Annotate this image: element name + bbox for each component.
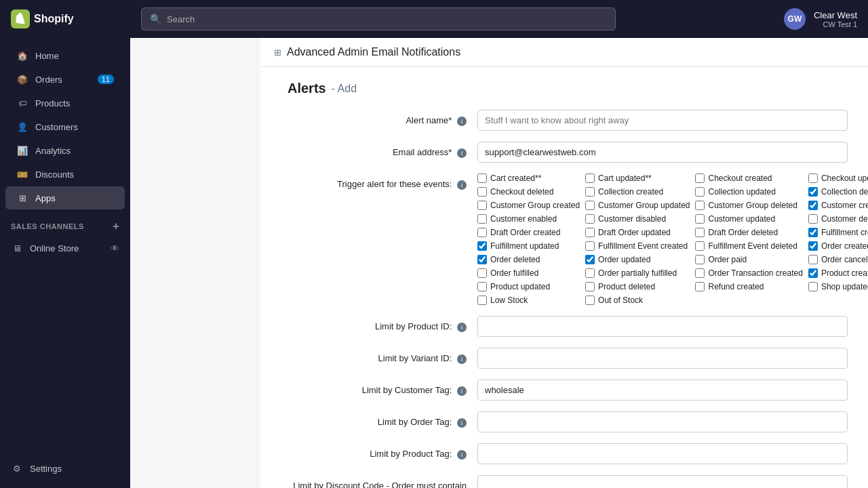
event-checkbox-order_created[interactable] bbox=[808, 241, 818, 251]
alert-name-info-icon[interactable]: i bbox=[457, 117, 467, 126]
sidebar-item-online-store[interactable]: 🖥 Online Store 👁 bbox=[0, 238, 130, 258]
sidebar-item-label: Analytics bbox=[35, 146, 71, 156]
orders-icon: 📦 bbox=[16, 73, 28, 85]
event-checkbox-product_deleted[interactable] bbox=[585, 282, 595, 291]
event-checkbox-customer_disabled[interactable] bbox=[585, 214, 595, 224]
sidebar-item-orders[interactable]: 📦 Orders 11 bbox=[5, 68, 125, 91]
email-address-row: Email address* i bbox=[288, 142, 848, 163]
event-checkbox-order_fulfilled[interactable] bbox=[477, 268, 487, 278]
add-sales-channel-button[interactable]: + bbox=[113, 220, 119, 232]
limit-discount-code-input[interactable] bbox=[477, 475, 848, 488]
event-checkbox-checkout_created[interactable] bbox=[695, 174, 705, 183]
event-checkbox-order_deleted[interactable] bbox=[477, 255, 487, 264]
event-checkbox-customer_created[interactable] bbox=[808, 201, 818, 210]
sidebar-item-products[interactable]: 🏷 Products bbox=[5, 92, 125, 115]
event-label-order_cancelled: Order cancelled bbox=[821, 255, 868, 264]
event-label-customer_deleted: Customer deleted bbox=[821, 214, 868, 224]
sidebar-item-customers[interactable]: 👤 Customers bbox=[5, 115, 125, 138]
event-checkbox-item: Collection updated bbox=[695, 187, 802, 197]
limit-product-tag-info-icon[interactable]: i bbox=[457, 450, 467, 460]
user-info[interactable]: Clear West CW Test 1 bbox=[814, 10, 857, 28]
email-address-input[interactable] bbox=[477, 142, 848, 163]
page-header-icon: ⊞ bbox=[274, 47, 281, 58]
event-checkbox-cart_updated[interactable] bbox=[585, 174, 595, 183]
search-bar[interactable]: 🔍 bbox=[141, 7, 616, 30]
event-checkbox-item: Fulfillment Event deleted bbox=[695, 241, 802, 251]
limit-variant-id-info-icon[interactable]: i bbox=[457, 354, 467, 364]
topbar: 🔍 GW Clear West CW Test 1 bbox=[130, 0, 868, 38]
event-checkbox-customer_updated[interactable] bbox=[695, 214, 705, 224]
event-label-product_deleted: Product deleted bbox=[598, 282, 655, 291]
event-checkbox-item: Product deleted bbox=[585, 282, 690, 291]
shopify-logo[interactable]: Shopify bbox=[11, 9, 74, 28]
limit-customer-tag-input[interactable] bbox=[477, 380, 848, 401]
event-checkbox-order_transaction_created[interactable] bbox=[695, 268, 705, 278]
alert-name-input[interactable] bbox=[477, 110, 848, 131]
products-icon: 🏷 bbox=[16, 97, 28, 109]
form-container: Alerts - Add Alert name* i Email address… bbox=[260, 67, 868, 488]
event-checkbox-order_updated[interactable] bbox=[585, 255, 595, 264]
event-label-customer_group_updated: Customer Group updated bbox=[598, 201, 690, 210]
event-checkbox-fulfillment_event_deleted[interactable] bbox=[695, 241, 705, 251]
limit-variant-id-input[interactable] bbox=[477, 348, 848, 369]
trigger-info-icon[interactable]: i bbox=[457, 180, 467, 190]
event-checkbox-customer_group_created[interactable] bbox=[477, 201, 487, 210]
limit-order-tag-info-icon[interactable]: i bbox=[457, 418, 467, 428]
event-checkbox-low_stock[interactable] bbox=[477, 296, 487, 305]
event-label-collection_created: Collection created bbox=[598, 187, 663, 197]
sidebar-item-settings[interactable]: ⚙ Settings bbox=[11, 457, 119, 480]
event-checkbox-customer_deleted[interactable] bbox=[808, 214, 818, 224]
event-checkbox-customer_group_deleted[interactable] bbox=[695, 201, 705, 210]
event-label-collection_deleted: Collection deleted bbox=[821, 187, 868, 197]
limit-product-tag-input[interactable] bbox=[477, 443, 848, 464]
event-checkbox-order_partially_fulfilled[interactable] bbox=[585, 268, 595, 278]
event-checkbox-checkout_deleted[interactable] bbox=[477, 187, 487, 197]
sidebar-item-discounts[interactable]: 🎫 Discounts bbox=[5, 163, 125, 186]
event-checkbox-customer_enabled[interactable] bbox=[477, 214, 487, 224]
event-checkbox-collection_created[interactable] bbox=[585, 187, 595, 197]
event-checkbox-product_updated[interactable] bbox=[477, 282, 487, 291]
user-name: Clear West bbox=[814, 10, 857, 20]
limit-product-id-input[interactable] bbox=[477, 316, 848, 337]
search-icon: 🔍 bbox=[150, 14, 161, 24]
email-info-icon[interactable]: i bbox=[457, 148, 467, 158]
limit-customer-tag-info-icon[interactable]: i bbox=[457, 386, 467, 396]
alerts-add: - Add bbox=[332, 83, 357, 95]
event-checkbox-collection_updated[interactable] bbox=[695, 187, 705, 197]
event-checkbox-refund_created[interactable] bbox=[695, 282, 705, 291]
search-input[interactable] bbox=[167, 14, 607, 24]
event-checkbox-draft_order_updated[interactable] bbox=[585, 228, 595, 237]
event-checkbox-item: Checkout updated bbox=[808, 174, 868, 183]
event-label-order_updated: Order updated bbox=[598, 255, 650, 264]
event-label-product_updated: Product updated bbox=[490, 282, 550, 291]
event-checkbox-item: Out of Stock bbox=[585, 296, 690, 305]
limit-product-id-info-icon[interactable]: i bbox=[457, 323, 467, 332]
event-checkbox-draft_order_deleted[interactable] bbox=[695, 228, 705, 237]
event-checkbox-fulfillment_event_created[interactable] bbox=[585, 241, 595, 251]
sidebar-item-home[interactable]: 🏠 Home bbox=[5, 44, 125, 67]
event-checkbox-item: Order deleted bbox=[477, 255, 580, 264]
event-checkbox-shop_updated[interactable] bbox=[808, 282, 818, 291]
event-checkbox-product_created[interactable] bbox=[808, 268, 818, 278]
eye-icon[interactable]: 👁 bbox=[111, 243, 119, 253]
event-checkbox-customer_group_updated[interactable] bbox=[585, 201, 595, 210]
avatar[interactable]: GW bbox=[784, 8, 806, 30]
event-checkbox-fulfillment_created[interactable] bbox=[808, 228, 818, 237]
event-checkbox-collection_deleted[interactable] bbox=[808, 187, 818, 197]
event-checkbox-item: Customer Group deleted bbox=[695, 201, 802, 210]
home-icon: 🏠 bbox=[16, 49, 28, 62]
event-checkbox-fulfillment_updated[interactable] bbox=[477, 241, 487, 251]
sidebar-item-label: Orders bbox=[35, 75, 62, 85]
event-checkbox-cart_created[interactable] bbox=[477, 174, 487, 183]
sidebar-item-analytics[interactable]: 📊 Analytics bbox=[5, 139, 125, 162]
event-checkbox-order_cancelled[interactable] bbox=[808, 255, 818, 264]
event-checkbox-out_of_stock[interactable] bbox=[585, 296, 595, 305]
sidebar-item-apps[interactable]: ⊞ Apps bbox=[5, 186, 125, 209]
event-checkbox-draft_order_created[interactable] bbox=[477, 228, 487, 237]
limit-order-tag-input[interactable] bbox=[477, 411, 848, 432]
event-checkbox-checkout_updated[interactable] bbox=[808, 174, 818, 183]
event-label-product_created: Product created bbox=[821, 268, 868, 278]
events-grid: Cart created**Cart updated**Checkout cre… bbox=[477, 174, 868, 305]
limit-product-id-row: Limit by Product ID: i bbox=[288, 316, 848, 337]
event-checkbox-order_paid[interactable] bbox=[695, 255, 705, 264]
